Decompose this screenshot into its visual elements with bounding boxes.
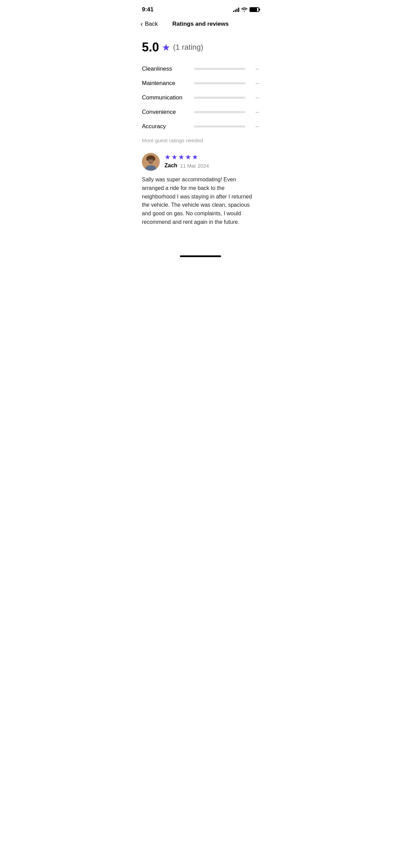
review-header: ★ ★ ★ ★ ★ Zach 11 Mar 2024: [142, 153, 259, 171]
back-button[interactable]: ‹ Back: [141, 20, 158, 28]
svg-point-13: [150, 161, 151, 162]
category-row-communication: Communication --: [142, 94, 259, 101]
category-label-cleanliness: Cleanliness: [142, 65, 190, 72]
category-label-accuracy: Accuracy: [142, 123, 190, 130]
wifi-icon: [241, 7, 247, 13]
progress-bar-maintenance: [194, 82, 245, 84]
signal-icon: [233, 7, 239, 12]
reviewer-info: ★ ★ ★ ★ ★ Zach 11 Mar 2024: [165, 153, 209, 169]
categories-list: Cleanliness -- Maintenance -- Communicat…: [142, 65, 259, 130]
review-date: 11 Mar 2024: [180, 163, 209, 169]
category-label-communication: Communication: [142, 94, 190, 101]
category-row-convenience: Convenience --: [142, 109, 259, 116]
rating-summary: 5.0 ★ (1 rating): [142, 40, 259, 55]
reviewer-name: Zach: [165, 162, 177, 169]
status-bar: 9:41: [134, 0, 267, 17]
svg-point-10: [149, 160, 150, 161]
main-content: 5.0 ★ (1 rating) Cleanliness -- Maintena…: [134, 33, 267, 235]
page-title: Ratings and reviews: [172, 21, 229, 27]
review-star-5: ★: [192, 153, 198, 161]
battery-icon: [250, 7, 259, 12]
review-star-3: ★: [178, 153, 184, 161]
category-label-convenience: Convenience: [142, 109, 190, 116]
review-text: Sally was super accommodating! Even arra…: [142, 176, 259, 227]
category-row-maintenance: Maintenance --: [142, 80, 259, 87]
home-indicator-bar: [180, 255, 221, 257]
review-star-2: ★: [171, 153, 178, 161]
rating-count: (1 rating): [173, 43, 203, 52]
review-star-1: ★: [165, 153, 171, 161]
back-chevron-icon: ‹: [141, 20, 143, 28]
progress-bar-convenience: [194, 111, 245, 113]
rating-score: 5.0: [142, 40, 159, 55]
category-value-cleanliness: --: [250, 66, 259, 72]
category-row-accuracy: Accuracy --: [142, 123, 259, 130]
nav-bar: ‹ Back Ratings and reviews: [134, 17, 267, 33]
review-star-4: ★: [185, 153, 191, 161]
svg-point-11: [152, 160, 153, 161]
category-value-convenience: --: [250, 109, 259, 115]
progress-bar-communication: [194, 97, 245, 99]
category-row-cleanliness: Cleanliness --: [142, 65, 259, 72]
status-time: 9:41: [142, 6, 154, 13]
svg-point-5: [153, 157, 155, 161]
back-label: Back: [145, 21, 158, 27]
home-indicator: [134, 249, 267, 261]
progress-bar-accuracy: [194, 125, 245, 128]
reviewer-avatar: [142, 153, 160, 171]
reviewer-meta: Zach 11 Mar 2024: [165, 162, 209, 169]
rating-star-icon: ★: [162, 42, 170, 53]
status-icons: [233, 7, 259, 13]
review-stars: ★ ★ ★ ★ ★: [165, 153, 209, 161]
progress-bar-cleanliness: [194, 68, 245, 70]
review-card: ★ ★ ★ ★ ★ Zach 11 Mar 2024 Sally was sup…: [142, 153, 259, 235]
category-value-maintenance: --: [250, 80, 259, 86]
category-value-communication: --: [250, 95, 259, 101]
category-label-maintenance: Maintenance: [142, 80, 190, 87]
category-value-accuracy: --: [250, 123, 259, 130]
guest-note: More guest ratings needed: [142, 137, 259, 143]
